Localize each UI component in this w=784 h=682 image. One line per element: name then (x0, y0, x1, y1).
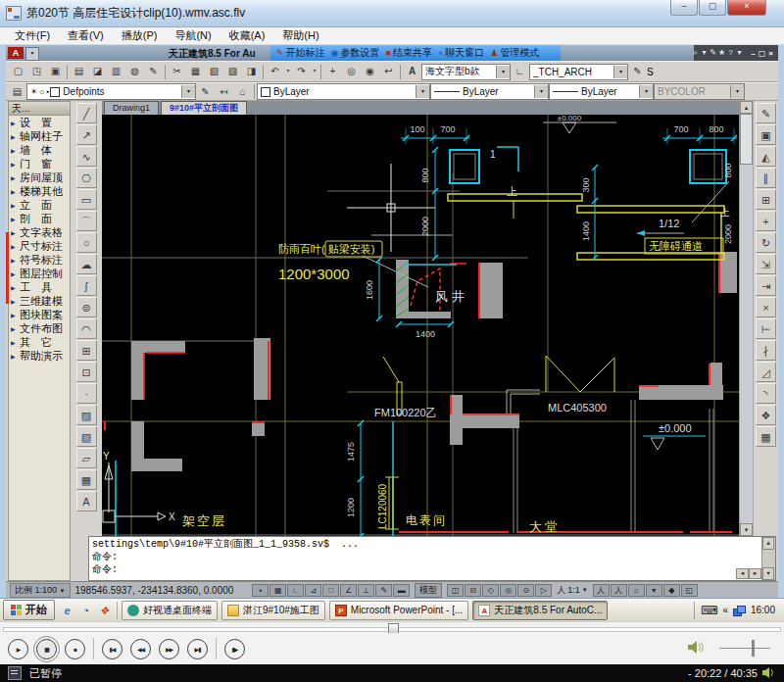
toolbar-icon[interactable]: ◪ (88, 63, 107, 80)
scroll-down-icon[interactable]: ▼ (762, 567, 774, 580)
status-icon-button[interactable]: ◎ (500, 584, 516, 597)
toolbar-icon[interactable]: ▢ (9, 63, 27, 80)
draw-tool-icon[interactable]: ⊡ (76, 362, 97, 382)
player-button[interactable] (216, 638, 217, 659)
status-icon-button[interactable]: ◱ (681, 584, 698, 597)
screen-menu-item[interactable]: ▶ 剖 面 (9, 212, 70, 225)
modify-tool-icon[interactable]: ▦ (756, 426, 776, 447)
modify-tool-icon[interactable]: ∥ (756, 168, 776, 188)
toolbar-icon[interactable]: ▤ (70, 63, 88, 80)
player-button[interactable]: ▶▮ (187, 639, 208, 659)
draw-tool-icon[interactable]: ∫ (76, 275, 97, 296)
status-toggle-button[interactable]: ▦ (270, 584, 286, 597)
screen-menu-item[interactable]: ▶ 文字表格 (9, 225, 70, 239)
draw-tool-icon[interactable]: ⊜ (76, 297, 97, 317)
tray-expand-icon[interactable]: « (722, 605, 728, 615)
toolbar-icon[interactable] (320, 65, 321, 79)
screen-menu-item[interactable]: ▶ 门 窗 (9, 157, 70, 170)
status-icon-button[interactable]: ◆ (663, 584, 680, 597)
start-button[interactable]: 开始 (3, 600, 55, 620)
layer-freeze-icon[interactable]: ☼ (38, 87, 45, 96)
layer-on-icon[interactable]: ☀ (30, 87, 37, 96)
modify-tool-icon[interactable]: ↻ (756, 232, 776, 253)
seek-bar[interactable] (0, 621, 784, 633)
layer-states-icon[interactable]: ⌂ (233, 83, 252, 101)
toolbar-icon[interactable] (400, 65, 401, 79)
screen-menu-item[interactable]: ▶ 三维建模 (9, 294, 70, 308)
acad-window-button[interactable]: – (749, 49, 758, 58)
text-style-icon[interactable]: A (403, 63, 421, 80)
combo-dropdown-icon[interactable]: ▾ (639, 85, 653, 98)
combo-dropdown-icon[interactable]: ▾ (416, 85, 429, 98)
screen-menu-item[interactable]: ▶ 设 置 (9, 116, 70, 129)
draw-tool-icon[interactable]: ↗ (76, 124, 97, 145)
toolbar-icon[interactable]: ▦ (186, 63, 205, 80)
draw-tool-icon[interactable]: ⎔ (76, 168, 97, 188)
drawing-tab[interactable]: Drawing1 (104, 101, 159, 115)
player-button[interactable]: ▮▮ (36, 639, 57, 659)
status-toggle-button[interactable]: ∟ (287, 584, 304, 597)
toolbar-icon[interactable]: ◍ (125, 63, 144, 80)
menu-item[interactable]: 文件(F) (8, 28, 57, 43)
player-button[interactable] (93, 638, 94, 659)
toolbar-icon[interactable]: ✂ (168, 63, 186, 80)
taskbar-task-button[interactable]: 湛江9#10#施工图 (221, 601, 325, 620)
draw-tool-icon[interactable]: ▭ (76, 189, 97, 210)
toolbar-icon[interactable]: ↶ (266, 63, 284, 80)
status-icon-button[interactable]: ▾ (646, 584, 662, 597)
scale-button[interactable]: 比例 1:100 ▼ (10, 583, 71, 598)
toolbar-icon[interactable]: ▨ (223, 63, 242, 80)
scroll-left-icon[interactable]: ◄ (736, 568, 749, 579)
status-icon-button[interactable]: ◇ (482, 584, 499, 597)
combo-dropdown-icon[interactable]: ▾ (181, 85, 195, 98)
modify-tool-icon[interactable]: ◭ (756, 146, 776, 167)
player-button[interactable]: ■ (65, 639, 85, 659)
screen-menu-item[interactable]: ▶ 轴网柱子 (9, 129, 70, 143)
command-line-window[interactable]: settings\temp\9#10#平立剖面图_1_1_9358.sv$ ..… (88, 536, 776, 581)
status-toggle-button[interactable]: ⊿ (305, 584, 321, 597)
modify-tool-icon[interactable]: × (756, 297, 776, 317)
infocenter-icon[interactable]: ▾ (700, 48, 709, 58)
modify-tool-icon[interactable]: ✎ (756, 103, 776, 123)
mute-speaker-icon[interactable] (762, 667, 776, 679)
layer-combo[interactable]: ☀ ☼ ▪ Defpoints ▾ (26, 83, 196, 100)
draw-tool-icon[interactable]: · (76, 383, 97, 404)
brush-icon[interactable]: ✎ (628, 63, 647, 80)
minimize-button[interactable]: – (670, 0, 698, 16)
model-button[interactable]: 模型 (415, 583, 442, 598)
lineweight-combo[interactable]: ByLayer ▾ (549, 83, 654, 100)
draw-tool-icon[interactable]: ⊞ (76, 340, 97, 361)
scroll-right-icon[interactable]: ► (749, 568, 761, 579)
model-space-canvas[interactable]: 100 700 700 800 800 2000 300 1400 1600 1… (102, 115, 739, 536)
canvas-vscrollbar[interactable]: ▲ ▼ (739, 101, 754, 536)
combo-dropdown-icon[interactable]: ▾ (613, 66, 627, 78)
draw-tool-icon[interactable]: ☁ (76, 254, 97, 274)
command-vscrollbar[interactable]: ▲ ▼ (761, 537, 775, 580)
drawing-tab[interactable]: 9#10#平立剖面图 (161, 101, 247, 115)
layer-manager-icon[interactable]: ▤ (8, 83, 26, 101)
toolbar-icon[interactable]: ◳ (27, 63, 46, 80)
toolbar-icon[interactable]: ✎ (144, 63, 163, 80)
status-toggle-button[interactable]: ✎ (375, 584, 392, 597)
quick-launch-icon[interactable]: ◔ (77, 603, 94, 618)
status-icon-button[interactable]: ▷ (535, 584, 552, 597)
screen-menu-item[interactable]: ▶ 符号标注 (9, 253, 70, 267)
linetype-combo[interactable]: ByLayer ▾ (430, 83, 549, 100)
status-toggle-button[interactable]: ▬ (393, 584, 410, 597)
player-button[interactable]: ▮▶ (224, 639, 245, 659)
screen-menu-item[interactable]: ▶ 墙 体 (9, 143, 70, 157)
screen-menu-item[interactable]: ▶ 房间屋顶 (9, 170, 70, 184)
player-button[interactable]: ▮◀ (102, 639, 122, 659)
scrollbar-thumb[interactable] (740, 114, 753, 165)
maximize-button[interactable]: ▢ (699, 0, 726, 16)
toolbar-icon[interactable]: + (323, 63, 342, 80)
volume-track[interactable] (719, 648, 770, 649)
status-icon-button[interactable]: 人 (593, 584, 610, 597)
screen-menu-item[interactable]: ▶ 楼梯其他 (9, 184, 70, 198)
share-toolbar-button[interactable]: ■ 结束共享 (385, 46, 431, 60)
menu-item[interactable]: 帮助(H) (275, 28, 325, 43)
modify-tool-icon[interactable]: + (756, 211, 776, 231)
modify-tool-icon[interactable]: ◝ (756, 383, 776, 404)
palette-title[interactable]: 天... (9, 102, 70, 116)
menu-item[interactable]: 查看(V) (61, 28, 111, 43)
